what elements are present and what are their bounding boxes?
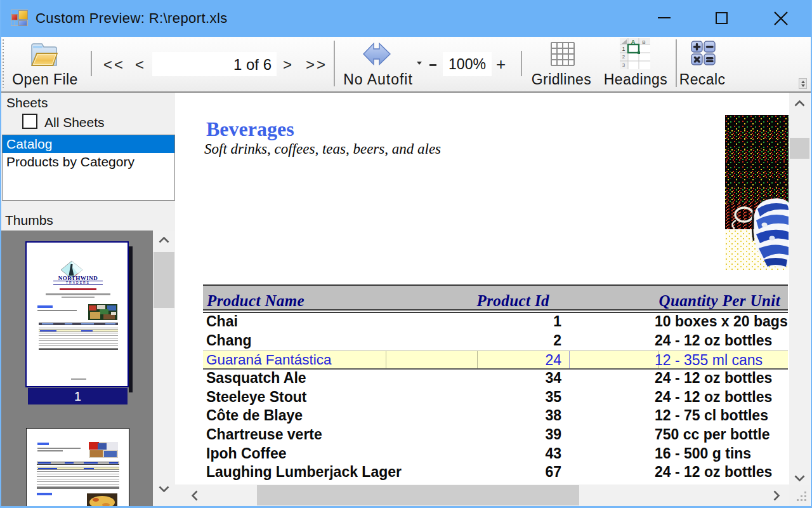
svg-text:2: 2 [622,54,625,60]
svg-text:3: 3 [622,62,625,68]
svg-text:B: B [642,39,645,45]
svg-text:1: 1 [622,46,625,52]
